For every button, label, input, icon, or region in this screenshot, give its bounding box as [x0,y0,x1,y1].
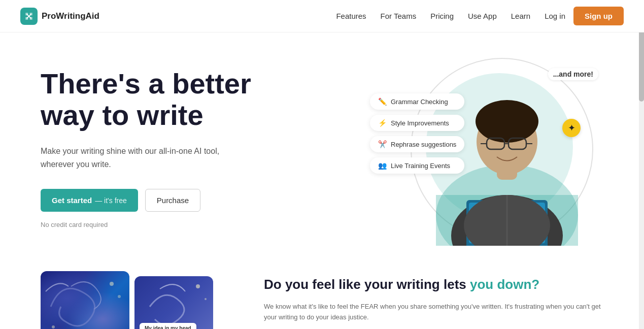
nav-for-teams[interactable]: For Teams [381,12,417,20]
svg-point-19 [196,284,200,288]
nav-pricing[interactable]: Pricing [430,12,454,20]
heading-part1: Do you feel like your writing lets [264,277,470,292]
free-label: — it's free [95,196,127,205]
style-label: Style Improvements [391,119,449,127]
rephrase-icon: ✂️ [378,140,387,148]
pill-training: 👥 Live Training Events [370,157,464,174]
feature-pills: ✏️ Grammar Checking ⚡ Style Improvements… [370,93,464,174]
pill-style: ⚡ Style Improvements [370,115,464,131]
grammar-label: Grammar Checking [391,98,448,106]
svg-point-5 [476,100,538,143]
hero-headline-line1: There's a better [41,68,251,100]
svg-point-20 [205,298,207,300]
logo-icon [20,8,38,25]
section-body: We know what it's like to feel the FEAR … [264,302,603,323]
get-started-label: Get started [52,196,92,205]
grammar-icon: ✏️ [378,97,387,106]
hero-illustration: ✏️ Grammar Checking ⚡ Style Improvements… [370,53,603,256]
nav-learn[interactable]: Learn [511,12,530,20]
nav-use-app[interactable]: Use App [468,12,497,20]
hero-buttons: Get started — it's free Purchase [41,189,304,212]
nav-features[interactable]: Features [336,12,366,20]
scrollbar-track[interactable] [639,0,644,329]
hero-left: There's a better way to write Make your … [41,63,304,228]
section-heading: Do you feel like your writing lets you d… [264,276,603,293]
hero-section: There's a better way to write Make your … [0,32,644,271]
get-started-button[interactable]: Get started — it's free [41,189,138,212]
hero-right: ✏️ Grammar Checking ⚡ Style Improvements… [315,63,603,251]
purchase-button[interactable]: Purchase [145,189,200,212]
hero-subtext: Make your writing shine with our all-in-… [41,145,233,171]
heading-emphasis: you down? [470,277,539,292]
style-icon: ⚡ [378,119,387,127]
signup-button[interactable]: Sign up [573,7,624,25]
card-front: My idea in my head [134,276,213,329]
svg-point-16 [118,295,121,298]
nav-links: Features For Teams Pricing Use App Learn [336,12,530,21]
main-nav: ProWritingAid Features For Teams Pricing… [0,0,644,32]
training-icon: 👥 [378,161,387,170]
starry-cards: My idea in my head [41,271,213,329]
swirl-svg [41,271,129,329]
lower-right: Do you feel like your writing lets you d… [264,271,603,322]
brand-logo[interactable]: ProWritingAid [20,8,99,25]
lower-section: My idea in my head Do you feel like your… [0,271,644,329]
starburst-icon: ✦ [562,119,581,137]
nav-cta-group: Log in Sign up [545,7,624,25]
no-credit-text: No credit card required [41,221,304,228]
svg-point-17 [52,325,55,328]
lower-left: My idea in my head [41,271,233,329]
more-label: ...and more! [548,68,598,80]
logo-svg [24,11,34,21]
training-label: Live Training Events [391,162,450,170]
svg-point-15 [110,282,114,286]
card-tag: My idea in my head [140,323,196,329]
hero-headline-line2: way to write [41,99,204,131]
brand-name: ProWritingAid [42,11,99,21]
front-swirl-svg [134,276,213,329]
hero-headline: There's a better way to write [41,68,304,130]
card-back [41,271,129,329]
pill-rephrase: ✂️ Rephrase suggestions [370,136,464,152]
rephrase-label: Rephrase suggestions [391,141,456,148]
pill-grammar: ✏️ Grammar Checking [370,93,464,110]
login-button[interactable]: Log in [545,12,565,20]
